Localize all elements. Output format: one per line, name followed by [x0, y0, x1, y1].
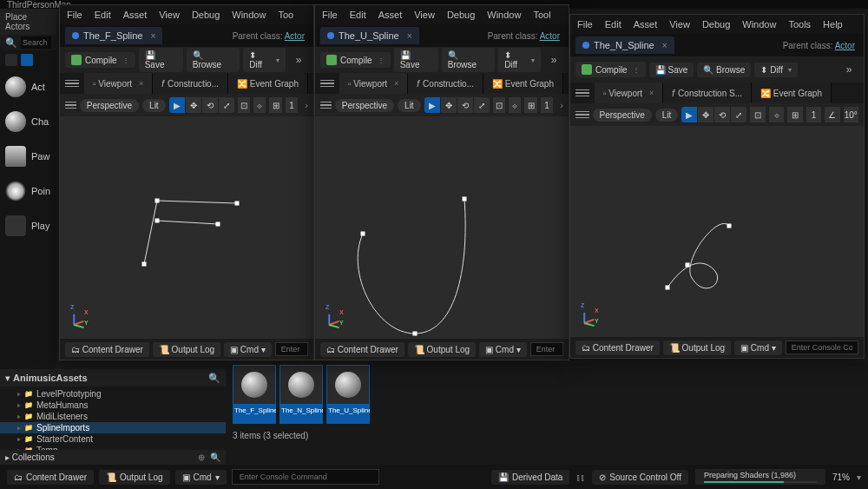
menu-item[interactable]: Edit — [605, 19, 621, 30]
spline-point[interactable] — [413, 332, 418, 336]
spline-point[interactable] — [235, 202, 240, 206]
folder-row[interactable]: ▸📁MidiListeners — [0, 411, 226, 422]
menu-item[interactable]: Too — [278, 10, 293, 20]
snap-icon[interactable]: ⊡ — [238, 97, 250, 113]
stats-icon[interactable]: ⫿⫿ — [576, 472, 585, 482]
snap-icon[interactable]: ⊡ — [493, 97, 505, 113]
diff-button[interactable]: ⬍ Diff▾ — [243, 48, 286, 72]
actor-item[interactable]: Play — [0, 208, 56, 243]
asset-card[interactable]: The_U_Spline — [326, 365, 370, 424]
diff-button[interactable]: ⬍ Diff▾ — [498, 48, 541, 72]
browse-button[interactable]: 🔍 Browse — [442, 48, 495, 72]
menu-item[interactable]: Help — [823, 19, 843, 30]
spline-point[interactable] — [155, 199, 160, 203]
asset-card[interactable]: The_F_Spline — [233, 365, 276, 424]
output-log-button[interactable]: 📜 Output Log — [408, 342, 476, 357]
perspective-dropdown[interactable]: Perspective — [593, 109, 652, 122]
diff-button[interactable]: ⬍ Diff▾ — [754, 63, 798, 77]
parent-class-link[interactable]: Actor — [835, 41, 855, 50]
translate-tool[interactable]: ✥ — [698, 107, 713, 122]
compile-button[interactable]: Compile⋮ — [65, 52, 135, 68]
compile-button[interactable]: Compile⋮ — [320, 52, 391, 68]
source-control-button[interactable]: ⊘ Source Control Off — [592, 470, 688, 485]
cmd-button[interactable]: ▣ Cmd ▾ — [479, 342, 527, 357]
save-button[interactable]: 💾 Save — [394, 48, 438, 72]
angle-value[interactable]: 10° — [844, 107, 858, 122]
content-drawer-button[interactable]: 🗂 Content Drawer — [7, 470, 94, 485]
close-icon[interactable]: × — [649, 89, 654, 97]
hamburger-icon[interactable] — [320, 98, 332, 112]
grid-value[interactable]: 1 — [286, 97, 298, 113]
hamburger-icon[interactable] — [65, 76, 79, 90]
rotate-tool[interactable]: ⟲ — [714, 107, 730, 122]
perspective-dropdown[interactable]: Perspective — [80, 99, 139, 112]
folder-row[interactable]: ▸📁StarterContent — [0, 433, 226, 445]
surface-snap-icon[interactable]: ⟐ — [253, 97, 266, 113]
menu-item[interactable]: Window — [742, 19, 776, 30]
console-input[interactable] — [232, 469, 379, 485]
cmd-button[interactable]: ▣ Cmd ▾ — [224, 342, 272, 357]
folder-row[interactable]: ▸📁SplineImports — [0, 422, 226, 433]
spline-point[interactable] — [361, 232, 365, 236]
menu-item[interactable]: Tool — [533, 10, 550, 20]
menu-item[interactable]: View — [669, 19, 690, 30]
console-input[interactable] — [786, 340, 858, 354]
viewport[interactable]: Z X Y — [570, 126, 864, 337]
grid-icon[interactable]: ⊞ — [269, 97, 281, 113]
tab-event-graph[interactable]: 🔀 Event Graph — [228, 73, 308, 94]
menu-item[interactable]: Asset — [634, 19, 658, 30]
tab-viewport[interactable]: ▫ Viewport× — [84, 73, 153, 94]
tab-construction[interactable]: f Construction S... — [663, 83, 752, 103]
menu-item[interactable]: Edit — [350, 10, 366, 20]
spline-point[interactable] — [727, 224, 732, 228]
translate-tool[interactable]: ✥ — [441, 97, 457, 113]
output-log-button[interactable]: 📜 Output Log — [153, 342, 220, 357]
console-input[interactable] — [530, 342, 563, 356]
content-drawer-button[interactable]: 🗂 Content Drawer — [575, 340, 660, 355]
drawer-toggle-icon[interactable]: ▾ — [857, 472, 861, 482]
viewport[interactable]: Z X Y — [315, 116, 569, 339]
snap-icon[interactable]: ⊡ — [750, 107, 765, 122]
place-actors-search[interactable] — [21, 36, 51, 49]
save-button[interactable]: 💾 Save — [139, 48, 183, 72]
tab-event-graph[interactable]: 🔀 Event Graph — [483, 73, 563, 94]
tree-root[interactable]: ▾ AnimusicAssets — [5, 373, 88, 384]
output-log-button[interactable]: 📜 Output Log — [663, 340, 731, 355]
surface-snap-icon[interactable]: ⟐ — [509, 97, 521, 113]
filter-icon[interactable] — [5, 54, 17, 66]
asset-card[interactable]: The_N_Spline — [279, 365, 323, 424]
search-icon[interactable]: 🔍 — [210, 453, 220, 462]
blueprint-tab[interactable]: The_F_Spline× — [65, 27, 162, 44]
menu-item[interactable]: Debug — [702, 19, 730, 30]
tab-viewport[interactable]: ▫ Viewport× — [339, 73, 408, 94]
angle-icon[interactable]: ∠ — [825, 107, 839, 122]
grid-value[interactable]: 1 — [806, 107, 821, 122]
scale-tool[interactable]: ⤢ — [731, 107, 746, 122]
cmd-button[interactable]: ▣ Cmd ▾ — [734, 340, 782, 355]
lit-dropdown[interactable]: Lit — [142, 99, 166, 112]
folder-row[interactable]: ▸📁MetaHumans — [0, 400, 226, 411]
menu-item[interactable]: File — [577, 19, 593, 30]
hamburger-icon[interactable] — [575, 86, 589, 100]
menu-item[interactable]: Debug — [447, 10, 475, 20]
tab-viewport[interactable]: ▫ Viewport× — [595, 83, 663, 103]
scale-tool[interactable]: ⤢ — [474, 97, 490, 113]
select-tool[interactable]: ▶ — [169, 97, 185, 113]
spline-point[interactable] — [216, 222, 220, 227]
browse-button[interactable]: 🔍 Browse — [697, 63, 751, 77]
save-button[interactable]: 💾 Save — [649, 63, 694, 77]
tab-event-graph[interactable]: 🔀 Event Graph — [752, 83, 832, 103]
hamburger-icon[interactable] — [575, 108, 589, 122]
derived-data-button[interactable]: 💾 Derived Data — [491, 470, 569, 485]
rotate-tool[interactable]: ⟲ — [457, 97, 473, 113]
viewport[interactable]: Z X Y — [60, 116, 313, 339]
compile-button[interactable]: Compile⋮ — [575, 62, 646, 77]
menu-item[interactable]: Asset — [378, 10, 403, 20]
actor-item[interactable]: Poin — [0, 174, 56, 208]
chevron-right-icon[interactable]: › — [305, 100, 308, 110]
add-collection-icon[interactable]: ⊕ — [198, 453, 205, 462]
select-tool[interactable]: ▶ — [681, 107, 697, 122]
menu-item[interactable]: Window — [487, 10, 521, 20]
rotate-tool[interactable]: ⟲ — [202, 97, 218, 113]
tab-construction[interactable]: f Constructio... — [153, 73, 228, 94]
